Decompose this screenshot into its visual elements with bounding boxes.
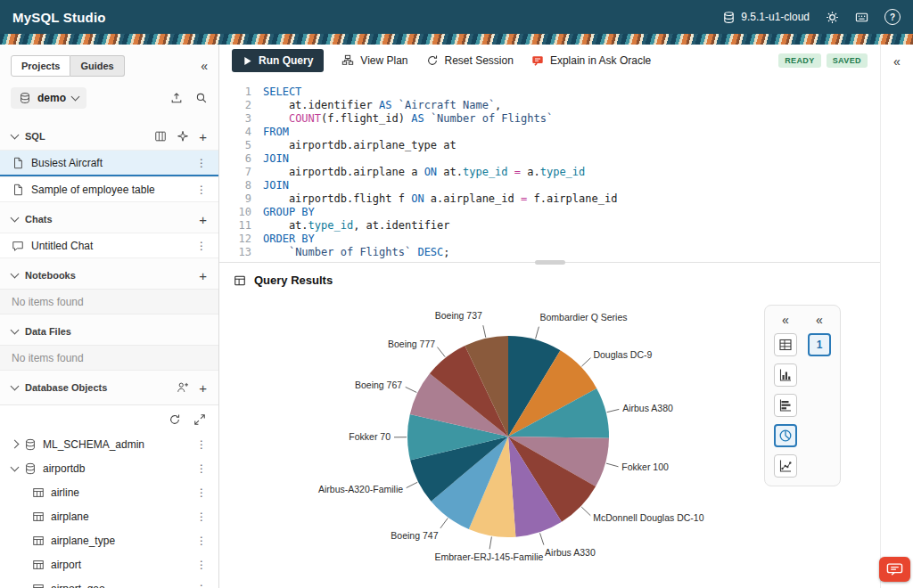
line-number: 8 (219, 179, 251, 192)
sidebar-collapse-icon[interactable]: « (201, 60, 208, 72)
view-scatter-chart-button[interactable] (774, 454, 797, 478)
collapse-pages-icon[interactable]: « (816, 314, 823, 326)
feedback-widget[interactable] (879, 557, 910, 582)
code-line: at.type_id, at.identifier (263, 219, 880, 233)
line-number: 6 (219, 152, 251, 166)
upload-icon[interactable] (170, 92, 183, 104)
grid-view-icon[interactable] (154, 130, 167, 143)
line-number: 12 (219, 233, 251, 246)
sparkle-ai-icon[interactable] (177, 130, 189, 143)
line-number: 4 (219, 126, 251, 139)
view-table-button[interactable] (774, 333, 797, 356)
run-query-button[interactable]: Run Query (232, 49, 324, 72)
refresh-icon[interactable] (169, 413, 181, 426)
chevron-right-icon[interactable] (11, 440, 20, 449)
code-line: COUNT(f.flight_id) AS `Number of Flights… (263, 112, 880, 126)
collapse-chart-types-icon[interactable]: « (782, 314, 789, 326)
tab-guides[interactable]: Guides (70, 55, 124, 77)
tree-node-label: airport (51, 559, 190, 571)
chart-controls-panel: « « 1 (764, 305, 841, 486)
pie-label-leader (606, 463, 619, 467)
scatter-chart-icon (778, 459, 793, 473)
kebab-menu-icon[interactable]: ⋮ (196, 559, 207, 571)
code-line: GROUP BY (263, 206, 880, 219)
code-line: SELECT (263, 86, 880, 99)
feedback-chat-icon (886, 562, 903, 576)
view-plan-icon (341, 54, 354, 67)
right-panel-collapsed: « (880, 45, 913, 588)
code-line: JOIN (263, 179, 880, 192)
data-files-empty-state: No items found (0, 345, 218, 371)
chevron-down-icon[interactable] (11, 462, 20, 471)
pie-slice-label: Boeing 777 (388, 339, 435, 349)
code-line: FROM (263, 126, 880, 139)
tree-node-table[interactable]: airline⋮ (0, 480, 218, 504)
kebab-menu-icon[interactable]: ⋮ (196, 583, 207, 588)
pie-label-leader (483, 325, 486, 338)
file-icon (12, 157, 24, 169)
add-sql-icon[interactable]: + (199, 130, 207, 143)
view-pie-chart-button[interactable] (774, 424, 797, 447)
chat-item[interactable]: Untitled Chat⋮ (0, 233, 218, 258)
sql-editor[interactable]: 12345678910111213 SELECT at.identifier A… (219, 77, 880, 262)
kebab-menu-icon[interactable]: ⋮ (196, 157, 207, 169)
kebab-menu-icon[interactable]: ⋮ (196, 462, 207, 475)
keyboard-shortcuts-icon[interactable] (855, 11, 868, 24)
kebab-menu-icon[interactable]: ⋮ (196, 486, 207, 499)
result-page-button[interactable]: 1 (808, 333, 831, 356)
saved-badge: SAVED (827, 53, 868, 68)
section-notebooks[interactable]: Notebooks + (0, 262, 218, 289)
tab-projects[interactable]: Projects (11, 55, 70, 77)
expand-icon[interactable] (193, 413, 206, 426)
version-badge: 9.5.1-u1-cloud (722, 11, 810, 24)
reset-session-icon (426, 54, 439, 67)
query-results-header: Query Results (219, 272, 880, 294)
view-hbar-chart-button[interactable] (774, 394, 797, 417)
tree-node-table[interactable]: airplane⋮ (0, 504, 218, 528)
project-name: demo (37, 92, 66, 104)
section-data-files[interactable]: Data Files (0, 318, 218, 345)
project-selector[interactable]: demo (11, 87, 86, 109)
code-line: ORDER BY (263, 233, 880, 246)
tree-node-table[interactable]: airplane_type⋮ (0, 528, 218, 552)
resize-handle[interactable] (535, 260, 565, 265)
tree-node-label: airportdb (43, 462, 190, 475)
tree-node-table[interactable]: airport⋮ (0, 552, 218, 576)
add-database-object-icon[interactable]: + (199, 381, 207, 395)
tree-node-schema[interactable]: airportdb⋮ (0, 456, 218, 480)
sidebar: Projects Guides « demo SQL (0, 45, 219, 588)
tree-node-table[interactable]: airport_geo⋮ (0, 576, 218, 588)
theme-toggle-icon[interactable] (826, 11, 839, 24)
section-chats[interactable]: Chats + (0, 206, 218, 233)
line-number: 5 (219, 139, 251, 152)
code-area[interactable]: SELECT at.identifier AS `Aircraft Name`,… (263, 86, 880, 262)
add-notebook-icon[interactable]: + (199, 269, 207, 282)
add-user-icon[interactable] (177, 381, 189, 394)
kebab-menu-icon[interactable]: ⋮ (196, 240, 207, 252)
kebab-menu-icon[interactable]: ⋮ (196, 438, 207, 451)
view-bar-chart-button[interactable] (774, 363, 797, 387)
pie-slice-label: Fokker 100 (621, 461, 669, 472)
add-chat-icon[interactable]: + (199, 213, 207, 226)
explain-ask-oracle-button[interactable]: Explain in Ask Oracle (531, 54, 651, 67)
help-icon[interactable]: ? (884, 9, 901, 25)
version-text: 9.5.1-u1-cloud (741, 11, 810, 23)
sql-item-label: Busiest Aircraft (31, 157, 189, 169)
pie-label-leader (406, 387, 417, 392)
kebab-menu-icon[interactable]: ⋮ (196, 184, 207, 196)
section-database-objects[interactable]: Database Objects + (0, 374, 218, 401)
schema-icon (19, 92, 31, 104)
view-plan-button[interactable]: View Plan (341, 54, 407, 67)
tree-node-label: airport_geo (51, 583, 190, 588)
reset-session-button[interactable]: Reset Session (426, 54, 514, 67)
tree-node-schema[interactable]: ML_SCHEMA_admin⋮ (0, 432, 218, 456)
pie-slice-label: Fokker 70 (349, 431, 391, 442)
search-icon[interactable] (195, 92, 208, 104)
kebab-menu-icon[interactable]: ⋮ (196, 510, 207, 523)
section-sql[interactable]: SQL + (0, 123, 218, 150)
pie-chart: Bombardier Q SeriesDouglas DC-9Airbus A3… (219, 294, 835, 581)
sql-item[interactable]: Busiest Aircraft⋮ (0, 150, 218, 176)
sql-item[interactable]: Sample of employee table⋮ (0, 176, 218, 202)
expand-right-panel-icon[interactable]: « (893, 55, 901, 68)
kebab-menu-icon[interactable]: ⋮ (196, 535, 207, 547)
